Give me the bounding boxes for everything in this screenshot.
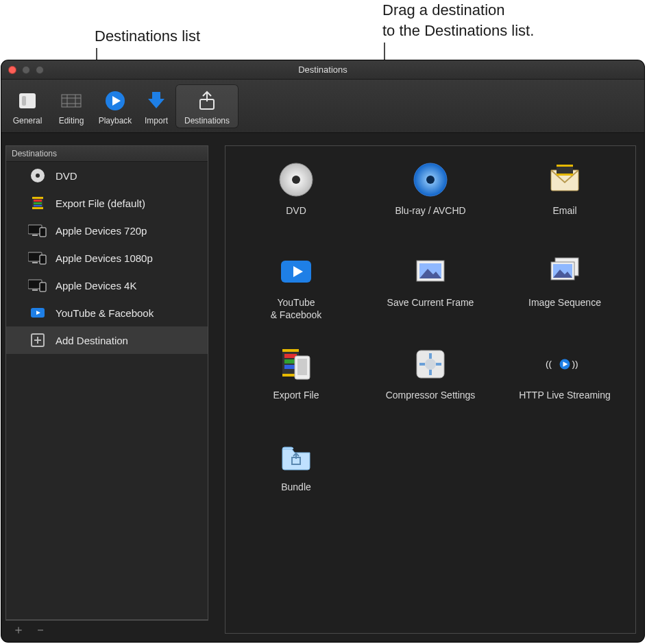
svg-rect-26 [40, 283, 46, 291]
svg-rect-20 [40, 228, 46, 237]
tab-import[interactable]: Import [137, 84, 175, 128]
disc-icon [28, 167, 47, 184]
tab-label: Editing [51, 116, 92, 126]
destinations-sidebar: Destinations DVD Export File (default) [1, 133, 212, 642]
destination-row-label: DVD [56, 170, 77, 182]
preferences-window: Destinations General Editing Playback I [1, 60, 644, 642]
tab-label: Destinations [177, 116, 237, 126]
devices-icon [28, 250, 47, 266]
play-icon [95, 87, 136, 115]
svg-rect-16 [34, 202, 42, 204]
svg-rect-25 [32, 289, 38, 291]
plus-box-icon [28, 332, 47, 348]
tab-label: Playback [95, 116, 136, 126]
remove-destination-button[interactable]: － [34, 623, 47, 636]
palette-item-compressor[interactable]: Compressor Settings [367, 344, 494, 413]
destination-row-apple-720p[interactable]: Apple Devices 720p [6, 217, 208, 244]
svg-rect-17 [34, 205, 42, 206]
svg-rect-40 [557, 165, 573, 167]
svg-rect-14 [32, 207, 43, 209]
palette-item-bundle[interactable]: Bundle [232, 436, 360, 505]
palette-item-export-file[interactable]: Export File [232, 344, 360, 413]
destination-row-apple-4k[interactable]: Apple Devices 4K [6, 272, 208, 299]
tab-destinations[interactable]: Destinations [175, 84, 239, 128]
svg-rect-23 [40, 255, 46, 264]
svg-point-60 [425, 359, 436, 370]
devices-icon [28, 277, 47, 294]
palette-item-label: Compressor Settings [367, 390, 494, 413]
titlebar: Destinations [1, 60, 644, 80]
preferences-body: Destinations DVD Export File (default) [1, 133, 644, 642]
frame-icon [367, 252, 494, 291]
palette-item-bluray[interactable]: Blu-ray / AVCHD [367, 160, 494, 228]
export-file-icon [232, 344, 360, 384]
svg-rect-22 [32, 262, 38, 263]
destination-row-label: Apple Devices 720p [56, 225, 147, 237]
destination-row-label: Apple Devices 1080p [56, 252, 153, 264]
youtube-icon [232, 252, 360, 291]
tab-playback[interactable]: Playback [93, 84, 137, 128]
destination-row-label: Export File (default) [56, 198, 145, 209]
email-icon [501, 160, 628, 200]
palette-item-label: Email [501, 205, 628, 228]
svg-text:((: (( [546, 359, 552, 369]
svg-rect-0 [19, 93, 36, 108]
destinations-list-body[interactable]: DVD Export File (default) Apple Devices … [6, 162, 208, 619]
bluray-disc-icon [367, 160, 494, 200]
destinations-palette: DVD Blu-ray / AVCHD Email [225, 145, 636, 634]
palette-item-hls[interactable]: (( )) HTTP Live Streaming [501, 344, 628, 413]
disc-icon [232, 160, 360, 200]
destination-row-label: Apple Devices 4K [56, 280, 136, 291]
svg-rect-1 [22, 96, 26, 106]
palette-item-label: Blu-ray / AVCHD [367, 205, 494, 228]
palette-item-save-frame[interactable]: Save Current Frame [367, 252, 494, 321]
window-title: Destinations [1, 64, 644, 75]
tab-label: General [7, 116, 48, 126]
svg-rect-15 [34, 200, 42, 202]
tab-general[interactable]: General [5, 84, 49, 128]
destinations-list: Destinations DVD Export File (default) [5, 145, 208, 620]
destinations-list-footer: ＋ － [5, 620, 208, 638]
destination-row-add[interactable]: Add Destination [6, 326, 208, 354]
compressor-icon [367, 344, 494, 384]
devices-icon [28, 222, 47, 239]
palette-item-label: YouTube & Facebook [232, 297, 360, 321]
palette-item-label: DVD [232, 205, 360, 228]
tab-editing[interactable]: Editing [49, 84, 93, 128]
destinations-palette-area: DVD Blu-ray / AVCHD Email [212, 133, 644, 642]
youtube-icon [28, 305, 47, 321]
window-controls [1, 66, 44, 74]
svg-rect-19 [32, 235, 38, 236]
download-arrow-icon [138, 87, 174, 115]
destination-row-youtube-facebook[interactable]: YouTube & Facebook [6, 299, 208, 326]
destinations-list-header: Destinations [6, 146, 208, 162]
minimize-window-button[interactable] [22, 66, 30, 74]
destination-row-export-file[interactable]: Export File (default) [6, 189, 208, 217]
destinations-grid: DVD Blu-ray / AVCHD Email [232, 160, 628, 505]
share-icon [177, 87, 237, 115]
svg-rect-58 [297, 359, 307, 375]
palette-item-image-sequence[interactable]: Image Sequence [501, 252, 628, 321]
svg-point-36 [426, 176, 435, 184]
svg-text:)): )) [572, 359, 578, 369]
add-destination-button[interactable]: ＋ [12, 623, 25, 636]
palette-item-youtube-facebook[interactable]: YouTube & Facebook [232, 252, 360, 321]
zoom-window-button[interactable] [36, 66, 44, 74]
destination-row-label: YouTube & Facebook [56, 307, 154, 319]
callout-drag-destination: Drag a destination to the Destinations l… [382, 0, 534, 40]
destination-row-label: Add Destination [56, 335, 128, 346]
close-window-button[interactable] [8, 66, 16, 74]
destination-row-apple-1080p[interactable]: Apple Devices 1080p [6, 244, 208, 272]
palette-item-label: Image Sequence [501, 297, 628, 320]
callout-destinations-list: Destinations list [95, 26, 200, 47]
bundle-folder-icon [232, 436, 360, 476]
svg-rect-13 [32, 197, 43, 199]
timeline-icon [51, 87, 92, 115]
palette-item-email[interactable]: Email [501, 160, 628, 228]
destination-row-dvd[interactable]: DVD [6, 162, 208, 189]
svg-point-11 [36, 174, 40, 178]
filmstrip-icon [28, 195, 47, 211]
http-live-streaming-icon: (( )) [501, 344, 628, 384]
palette-item-dvd[interactable]: DVD [232, 160, 360, 228]
svg-rect-41 [557, 174, 573, 176]
